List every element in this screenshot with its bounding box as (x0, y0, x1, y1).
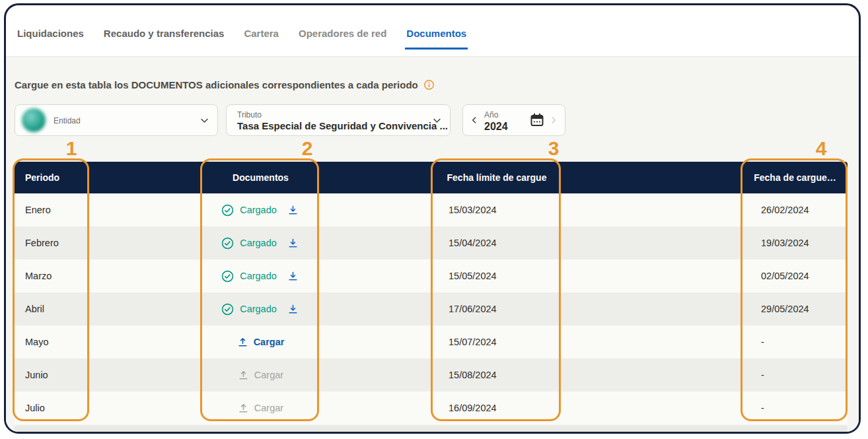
documents-table: Periodo Documentos Fecha límite de cargu… (15, 162, 848, 424)
tab-liquidaciones[interactable]: Liquidaciones (16, 24, 85, 50)
calendar-icon[interactable] (529, 112, 545, 128)
upload-icon (238, 370, 249, 381)
deadline-cell: 17/06/2024 (433, 304, 561, 314)
entity-select[interactable]: Entidad (15, 104, 218, 136)
upload-icon (237, 337, 248, 348)
upload-date-cell: - (742, 403, 848, 413)
uploaded-status: Cargado (221, 204, 277, 217)
entity-label: Entidad (54, 116, 81, 125)
upload-date-cell: - (742, 337, 848, 347)
period-cell: Enero (15, 205, 89, 215)
cargar-button-disabled: Cargar (238, 403, 283, 414)
deadline-cell: 15/08/2024 (433, 370, 561, 380)
cargar-button[interactable]: Cargar (237, 337, 285, 348)
download-icon[interactable] (286, 236, 300, 250)
check-circle-icon (221, 270, 234, 283)
documents-cell: Cargado (202, 269, 319, 283)
period-cell: Marzo (15, 271, 89, 281)
period-cell: Mayo (15, 337, 89, 347)
period-cell: Junio (15, 370, 89, 380)
entity-logo (22, 108, 46, 132)
table-row: Enero Cargado 15/03/2024 26/02/2024 (15, 193, 848, 226)
uploaded-status: Cargado (221, 237, 277, 250)
tab-recaudo-y-transferencias[interactable]: Recaudo y transferencias (102, 24, 226, 50)
tab-cartera[interactable]: Cartera (242, 24, 280, 50)
deadline-cell: 15/03/2024 (433, 205, 561, 215)
check-circle-icon (221, 237, 234, 250)
annotation-number-3: 3 (548, 137, 560, 160)
deadline-cell: 15/04/2024 (433, 238, 561, 248)
period-cell: Julio (15, 403, 89, 413)
main-panel: Liquidaciones Recaudo y transferencias C… (4, 3, 861, 434)
upload-date-cell: 19/03/2024 (742, 238, 848, 248)
tribute-label: Tributo (237, 110, 262, 119)
cargar-label: Cargar (254, 403, 283, 413)
instruction-text: Cargue en esta tabla los DOCUMENTOS adic… (15, 79, 418, 90)
chevron-down-icon (199, 116, 209, 125)
period-cell: Febrero (15, 238, 89, 248)
cargar-button-disabled: Cargar (238, 370, 283, 381)
documents-tab-content: Cargue en esta tabla los DOCUMENTOS adic… (6, 56, 859, 432)
header-documents: Documentos (202, 172, 319, 183)
tab-documentos[interactable]: Documentos (405, 24, 468, 50)
table-row: Febrero Cargado 15/04/2024 19/03/2024 (15, 226, 848, 259)
tab-operadores-de-red[interactable]: Operadores de red (297, 24, 388, 50)
chevron-right-icon (546, 113, 561, 127)
download-icon[interactable] (286, 203, 300, 217)
check-circle-icon (221, 204, 234, 217)
table-row: Mayo Cargar 15/07/2024 - (15, 325, 848, 358)
uploaded-status: Cargado (221, 270, 277, 283)
upload-icon (238, 403, 249, 414)
cargado-label: Cargado (240, 304, 277, 314)
upload-date-cell: 29/05/2024 (742, 304, 848, 314)
table-row: Abril Cargado 17/06/2024 29/05/2024 (15, 292, 848, 325)
year-control: Año 2024 (462, 104, 565, 136)
upload-date-cell: 26/02/2024 (742, 205, 848, 215)
horizontal-scrollbar-track[interactable] (15, 425, 848, 433)
download-icon[interactable] (286, 302, 300, 316)
check-circle-icon (221, 303, 234, 316)
tribute-value: Tasa Especial de Seguridad y Convivencia… (237, 120, 448, 131)
chevron-left-icon[interactable] (467, 113, 482, 127)
header-upload-date: Fecha de cargue… (742, 172, 848, 183)
annotation-number-2: 2 (302, 137, 313, 160)
documents-cell: Cargado (202, 302, 319, 316)
header-period: Periodo (15, 172, 89, 183)
upload-date-cell: 02/05/2024 (742, 271, 848, 281)
tribute-select[interactable]: Tributo Tasa Especial de Seguridad y Con… (226, 104, 451, 136)
chevron-down-icon (432, 116, 442, 125)
year-label: Año (484, 110, 498, 119)
deadline-cell: 15/05/2024 (433, 271, 561, 281)
cargado-label: Cargado (240, 238, 277, 248)
instruction-line: Cargue en esta tabla los DOCUMENTOS adic… (15, 79, 435, 90)
period-cell: Abril (15, 304, 89, 314)
info-icon[interactable] (423, 79, 435, 90)
tab-bar: Liquidaciones Recaudo y transferencias C… (16, 24, 468, 50)
annotation-number-4: 4 (816, 137, 827, 160)
uploaded-status: Cargado (221, 303, 277, 316)
table-row: Junio Cargar 15/08/2024 - (15, 358, 848, 391)
documents-cell: Cargar (202, 370, 319, 381)
documents-cell: Cargar (202, 337, 319, 348)
table-header: Periodo Documentos Fecha límite de cargu… (15, 162, 848, 193)
header-deadline: Fecha límite de cargue (433, 172, 561, 183)
table-row: Marzo Cargado 15/05/2024 02/05/2024 (15, 259, 848, 292)
table-row: Julio Cargar 16/09/2024 - (15, 391, 848, 424)
deadline-cell: 16/09/2024 (433, 403, 561, 413)
annotation-number-1: 1 (66, 137, 77, 160)
deadline-cell: 15/07/2024 (433, 337, 561, 347)
cargar-label: Cargar (254, 370, 283, 380)
download-icon[interactable] (286, 269, 300, 283)
year-value: 2024 (484, 121, 508, 132)
cargado-label: Cargado (240, 271, 277, 281)
documents-cell: Cargar (202, 403, 319, 414)
filter-row: Entidad Tributo Tasa Especial de Segurid… (15, 104, 847, 136)
cargado-label: Cargado (240, 205, 277, 215)
cargar-label: Cargar (254, 337, 285, 347)
documents-cell: Cargado (202, 236, 319, 250)
upload-date-cell: - (742, 370, 848, 380)
documents-cell: Cargado (202, 203, 319, 217)
